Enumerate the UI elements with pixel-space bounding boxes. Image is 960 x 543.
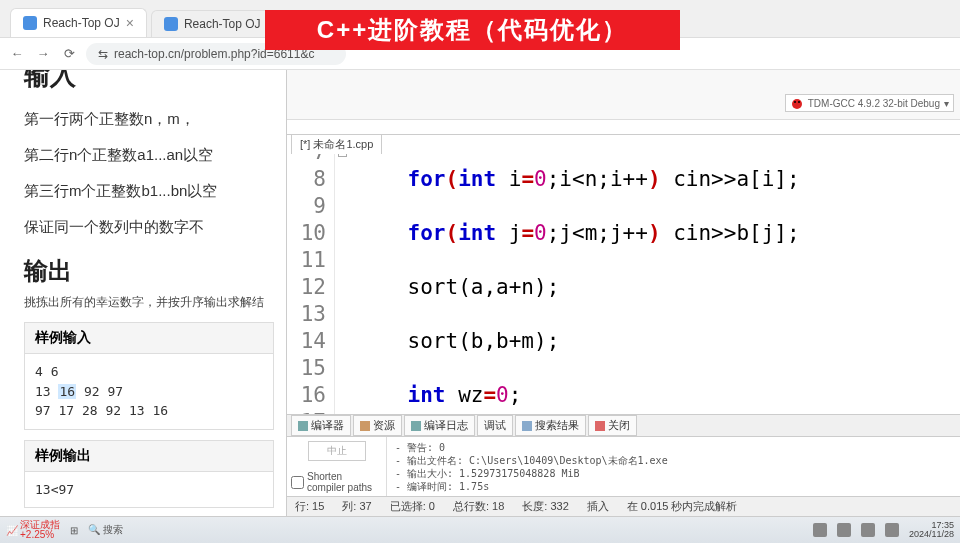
gear-icon xyxy=(298,421,308,431)
battery-icon[interactable] xyxy=(885,523,899,537)
svg-point-1 xyxy=(794,101,796,103)
abort-button[interactable]: 中止 xyxy=(308,441,366,461)
sample-input-label: 样例输入 xyxy=(24,322,274,354)
tab-compile-log[interactable]: 编译日志 xyxy=(404,415,475,436)
svg-point-0 xyxy=(792,99,802,109)
browser-tab-inactive[interactable]: Reach-Top OJ xyxy=(151,10,274,37)
ladybug-icon xyxy=(790,96,804,110)
line-gutter: 789 101112 131415 161718 xyxy=(287,135,335,414)
log-icon xyxy=(411,421,421,431)
problem-panel: 输入 第一行两个正整数n，m， 第二行n个正整数a1...an以空 第三行m个正… xyxy=(0,70,286,516)
ide-panel: TDM-GCC 4.9.2 32-bit Debug ▾ [*] 未命名1.cp… xyxy=(286,70,960,516)
status-msg: 在 0.015 秒内完成解析 xyxy=(627,499,738,514)
problem-line: 保证同一个数列中的数字不 xyxy=(24,209,274,245)
wifi-icon[interactable] xyxy=(837,523,851,537)
search-icon[interactable]: 🔍 搜索 xyxy=(88,523,123,537)
volume-icon[interactable] xyxy=(861,523,875,537)
tab-compiler[interactable]: 编译器 xyxy=(291,415,351,436)
compile-log-text: - 警告: 0 - 输出文件名: C:\Users\10409\Desktop\… xyxy=(387,437,960,496)
site-icon xyxy=(164,17,178,31)
svg-point-2 xyxy=(798,101,800,103)
compiler-name: TDM-GCC 4.9.2 32-bit Debug xyxy=(808,98,940,109)
ide-toolbar: TDM-GCC 4.9.2 32-bit Debug ▾ xyxy=(287,70,960,120)
search-icon xyxy=(522,421,532,431)
status-sel: 已选择: 0 xyxy=(390,499,435,514)
clock[interactable]: 17:352024/11/28 xyxy=(909,521,954,539)
shorten-paths-checkbox[interactable]: Shorten compiler paths xyxy=(291,471,382,493)
sample-line: 4 6 xyxy=(35,362,263,382)
tab-search[interactable]: 搜索结果 xyxy=(515,415,586,436)
problem-line: 第一行两个正整数n，m， xyxy=(24,101,274,137)
browser-tab-active[interactable]: Reach-Top OJ × xyxy=(10,8,147,37)
file-tab[interactable]: [*] 未命名1.cpp xyxy=(291,134,382,154)
sample-line: 97 17 28 92 13 16 xyxy=(35,401,263,421)
fold-column: − xyxy=(335,135,349,414)
tray-icon[interactable] xyxy=(813,523,827,537)
code-editor[interactable]: 789 101112 131415 161718 − for(int i=0;i… xyxy=(287,134,960,414)
os-taskbar: 📈 深证成指+2.25% ⊞ 🔍 搜索 17:352024/11/28 xyxy=(0,516,960,543)
close-icon xyxy=(595,421,605,431)
input-heading-partial: 输入 xyxy=(24,70,274,93)
status-total: 总行数: 18 xyxy=(453,499,504,514)
back-icon[interactable]: ← xyxy=(8,45,26,63)
tab-close[interactable]: 关闭 xyxy=(588,415,637,436)
windows-start-icon[interactable]: ⊞ xyxy=(70,525,78,536)
compile-output: 中止 Shorten compiler paths - 警告: 0 - 输出文件… xyxy=(287,436,960,496)
sample-input-body: 4 6 13 16 92 97 97 17 28 92 13 16 xyxy=(24,354,274,430)
sample-output-body: 13<97 xyxy=(24,472,274,509)
forward-icon[interactable]: → xyxy=(34,45,52,63)
output-heading: 输出 xyxy=(24,255,274,287)
sample-output-label: 样例输出 xyxy=(24,440,274,472)
compiler-select[interactable]: TDM-GCC 4.9.2 32-bit Debug ▾ xyxy=(785,94,954,112)
site-icon xyxy=(23,16,37,30)
status-line: 行: 15 xyxy=(295,499,324,514)
trend-up-icon: 📈 xyxy=(6,525,18,536)
resource-icon xyxy=(360,421,370,431)
tab-debug[interactable]: 调试 xyxy=(477,415,513,436)
tab-title: Reach-Top OJ xyxy=(43,16,120,30)
output-tabs: 编译器 资源 编译日志 调试 搜索结果 关闭 xyxy=(287,414,960,436)
sample-line: 13 16 92 97 xyxy=(35,382,263,402)
problem-line: 第三行m个正整数b1...bn以空 xyxy=(24,173,274,209)
status-col: 列: 37 xyxy=(342,499,371,514)
ide-statusbar: 行: 15 列: 37 已选择: 0 总行数: 18 长度: 332 插入 在 … xyxy=(287,496,960,516)
chevron-down-icon: ▾ xyxy=(944,98,949,109)
stock-widget[interactable]: 📈 深证成指+2.25% xyxy=(6,520,60,540)
lock-icon: ⇆ xyxy=(98,47,108,61)
status-ins: 插入 xyxy=(587,499,609,514)
tab-title: Reach-Top OJ xyxy=(184,17,261,31)
tab-resources[interactable]: 资源 xyxy=(353,415,402,436)
video-overlay-title: C++进阶教程（代码优化） xyxy=(265,10,680,50)
reload-icon[interactable]: ⟳ xyxy=(60,45,78,63)
output-desc: 挑拣出所有的幸运数字，并按升序输出求解结 xyxy=(24,293,274,312)
status-len: 长度: 332 xyxy=(522,499,568,514)
problem-line: 第二行n个正整数a1...an以空 xyxy=(24,137,274,173)
text-selection: 16 xyxy=(58,384,76,399)
code-area[interactable]: for(int i=0;i<n;i++) cin>>a[i]; for(int … xyxy=(349,135,960,414)
close-icon[interactable]: × xyxy=(126,15,134,31)
